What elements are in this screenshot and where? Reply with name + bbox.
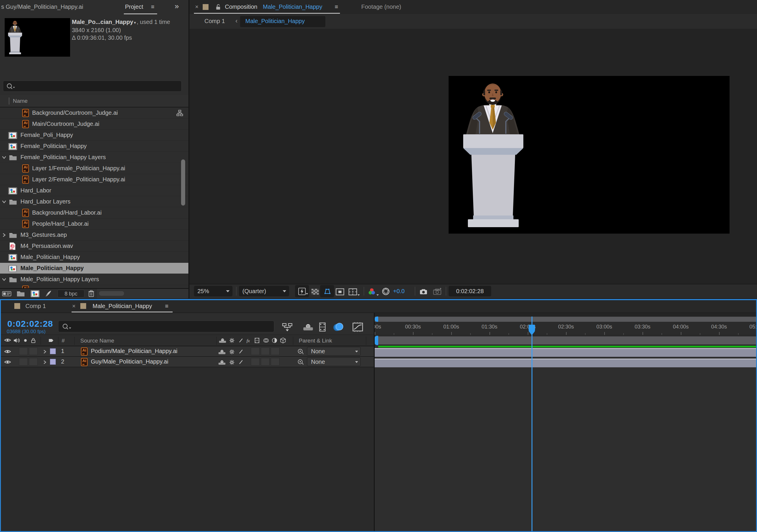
timeline-search-input[interactable] xyxy=(58,321,274,332)
close-icon[interactable]: × xyxy=(72,303,76,310)
viewer-pasteboard[interactable] xyxy=(190,29,757,284)
layer-row[interactable]: 1AiPodium/Male_Politician_Happy.aiNone xyxy=(1,346,374,357)
snapshot-camera-icon[interactable] xyxy=(419,288,428,295)
project-item[interactable]: AiBackground/Hard_Labor.ai xyxy=(0,207,188,219)
name-column-label[interactable]: Name xyxy=(13,98,28,104)
tab-composition-name[interactable]: Male_Politician_Happy xyxy=(263,4,322,10)
parent-pickwhip-icon[interactable] xyxy=(297,359,304,366)
shy-column-icon[interactable] xyxy=(219,338,226,343)
playhead-handle[interactable] xyxy=(529,325,535,331)
project-item[interactable]: Female_Poli_Happy xyxy=(0,130,188,141)
motion-blur-column-icon[interactable] xyxy=(262,337,270,344)
number-column-label[interactable]: # xyxy=(62,338,65,344)
fast-previews-button[interactable] xyxy=(295,285,309,297)
frame-blend-column-icon[interactable] xyxy=(254,337,260,344)
tab-composition-label[interactable]: Composition xyxy=(225,4,257,10)
project-vertical-scrollbar[interactable] xyxy=(181,160,185,206)
layer-label-swatch[interactable] xyxy=(50,348,56,354)
layer-shy-switch[interactable] xyxy=(218,359,226,365)
project-item[interactable]: Male_Politician_Happy Layers xyxy=(0,274,188,285)
quill-icon[interactable] xyxy=(45,290,52,298)
navigator-start-handle[interactable] xyxy=(375,316,378,322)
time-ruler[interactable]: 0:00s00:30s01:00s01:30s02:00s02:30s03:00… xyxy=(375,322,756,335)
close-icon[interactable]: × xyxy=(195,4,198,10)
tab-project[interactable]: Project xyxy=(125,4,143,10)
breadcrumb-parent[interactable]: Comp 1 xyxy=(204,18,225,24)
project-item[interactable]: Female_Politician_Happy xyxy=(0,141,188,152)
project-item[interactable]: M4_Persuasion.wav xyxy=(0,241,188,252)
chevron-down-icon[interactable] xyxy=(2,155,6,160)
fx-column-icon[interactable]: fx xyxy=(246,337,253,344)
footage-caret-icon[interactable]: ▼ xyxy=(133,21,137,25)
layer-label-swatch[interactable] xyxy=(50,359,56,365)
grid-guides-icon[interactable] xyxy=(348,288,357,296)
panel-overflow-icon[interactable]: » xyxy=(175,2,179,11)
project-item[interactable]: AiLayer 1/Female_Politician_Happy.ai xyxy=(0,163,188,174)
layer-row[interactable]: 2AiGuy/Male_Politician_Happy.aiNone xyxy=(1,357,374,367)
search-icon[interactable] xyxy=(6,83,16,90)
layer-visibility-eye-icon[interactable] xyxy=(4,359,11,365)
composition-canvas[interactable] xyxy=(449,76,730,234)
quality-column-icon[interactable] xyxy=(238,337,244,344)
work-area-start-handle[interactable] xyxy=(375,336,378,345)
breadcrumb-current-box[interactable]: Male_Politician_Happy xyxy=(240,16,325,27)
tab-footage[interactable]: Footage (none) xyxy=(361,4,401,10)
layer-quality-switch[interactable] xyxy=(238,359,244,365)
eye-column-icon[interactable] xyxy=(4,338,11,343)
project-item[interactable]: AiLayer 2/Female_Politician_Happy.ai xyxy=(0,174,188,185)
unlock-icon[interactable] xyxy=(215,3,222,11)
trash-icon[interactable] xyxy=(88,289,95,298)
chevron-right-icon[interactable] xyxy=(2,233,6,237)
project-item[interactable]: Male_Politician_Happy xyxy=(0,263,188,274)
breadcrumb-current[interactable]: Male_Politician_Happy xyxy=(245,18,305,24)
parent-link-column-label[interactable]: Parent & Link xyxy=(299,338,332,344)
project-item[interactable]: AiPeople/Hard_Labor.ai xyxy=(0,219,188,229)
magnification-dropdown[interactable]: 25% xyxy=(194,286,232,296)
layer-shy-switch[interactable] xyxy=(218,349,226,355)
transparency-grid-icon[interactable] xyxy=(311,288,319,295)
layer-collapse-switch[interactable] xyxy=(229,349,235,355)
exposure-reset-icon[interactable] xyxy=(381,287,390,296)
parent-link-dropdown[interactable]: None xyxy=(307,357,361,366)
project-item[interactable]: M3_Gestures.aep xyxy=(0,229,188,241)
graph-editor-icon[interactable] xyxy=(352,322,364,332)
hide-shy-layers-icon[interactable] xyxy=(303,323,313,331)
project-horizontal-scrollbar[interactable] xyxy=(99,291,124,296)
footage-name[interactable]: Male_Po...cian_Happy xyxy=(72,19,133,25)
lock-column-icon[interactable] xyxy=(30,337,37,344)
project-item[interactable]: Hard_Labor Layers xyxy=(0,196,188,207)
layer-switch-cell[interactable] xyxy=(251,358,259,366)
parent-link-dropdown[interactable]: None xyxy=(307,347,361,356)
layer-source-name[interactable]: Guy/Male_Politician_Happy.ai xyxy=(91,358,168,365)
panel-menu-icon[interactable]: ≡ xyxy=(151,4,155,10)
parent-pickwhip-icon[interactable] xyxy=(297,348,304,355)
adjustment-column-icon[interactable] xyxy=(271,337,278,344)
project-item[interactable]: AiMain/Courtroom_Judge.ai xyxy=(0,119,188,130)
layer-switch-cell[interactable] xyxy=(29,358,38,366)
layer-duration-bar[interactable] xyxy=(375,348,756,357)
chevron-down-icon[interactable] xyxy=(2,199,6,204)
project-item[interactable]: Ai xyxy=(0,285,188,288)
label-column-icon[interactable] xyxy=(47,337,55,344)
layer-switch-cell[interactable] xyxy=(271,347,280,355)
layer-switch-cell[interactable] xyxy=(19,347,28,355)
project-item[interactable]: AiBackground/Courtroom_Judge.ai xyxy=(0,107,188,119)
timeline-track-area[interactable]: 0:00s00:30s01:00s01:30s02:00s02:30s03:00… xyxy=(375,313,756,531)
layer-visibility-eye-icon[interactable] xyxy=(4,349,11,354)
layer-switch-cell[interactable] xyxy=(271,358,280,366)
new-composition-icon[interactable] xyxy=(30,290,40,298)
project-search-input[interactable] xyxy=(3,80,182,92)
project-item[interactable]: Hard_Labor xyxy=(0,185,188,196)
current-timecode[interactable]: 0:02:02:28 xyxy=(7,319,53,329)
time-navigator-bar[interactable] xyxy=(375,316,756,322)
breadcrumb-back-icon[interactable]: ‹ xyxy=(235,17,237,25)
layer-duration-bar[interactable] xyxy=(375,359,756,367)
layer-switch-cell[interactable] xyxy=(251,347,259,355)
audio-column-icon[interactable] xyxy=(13,338,20,343)
search-icon[interactable] xyxy=(62,323,72,331)
layer-switch-cell[interactable] xyxy=(29,347,38,355)
playhead-line[interactable] xyxy=(531,316,532,531)
project-column-header[interactable]: Name xyxy=(0,95,188,107)
layer-switch-cell[interactable] xyxy=(19,358,28,366)
region-of-interest-icon[interactable] xyxy=(335,288,345,296)
